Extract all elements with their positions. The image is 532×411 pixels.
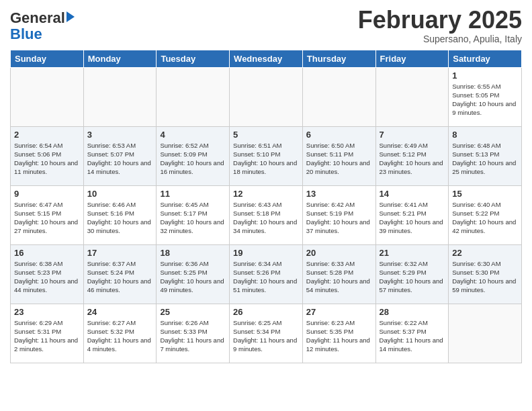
table-row [11, 67, 84, 126]
table-row: 2Sunrise: 6:54 AM Sunset: 5:06 PM Daylig… [11, 126, 84, 185]
table-row [230, 67, 303, 126]
subtitle: Supersano, Apulia, Italy [358, 34, 522, 44]
table-row: 17Sunrise: 6:37 AM Sunset: 5:24 PM Dayli… [83, 244, 157, 304]
table-row: 18Sunrise: 6:36 AM Sunset: 5:25 PM Dayli… [157, 244, 230, 304]
table-row: 26Sunrise: 6:25 AM Sunset: 5:34 PM Dayli… [230, 304, 303, 363]
table-row: 27Sunrise: 6:23 AM Sunset: 5:35 PM Dayli… [302, 304, 375, 363]
day-number: 1 [452, 71, 518, 81]
day-number: 25 [160, 307, 226, 317]
page-container: General Blue February 2025 Supersano, Ap… [0, 0, 532, 411]
day-number: 12 [233, 189, 299, 199]
day-number: 8 [452, 130, 518, 140]
calendar-table: Sunday Monday Tuesday Wednesday Thursday… [10, 50, 522, 363]
day-number: 20 [306, 248, 372, 258]
day-info: Sunrise: 6:34 AM Sunset: 5:26 PM Dayligh… [233, 259, 299, 295]
calendar-week-row: 23Sunrise: 6:29 AM Sunset: 5:31 PM Dayli… [11, 304, 522, 363]
table-row [302, 67, 375, 126]
day-number: 7 [380, 130, 445, 140]
day-info: Sunrise: 6:26 AM Sunset: 5:33 PM Dayligh… [160, 318, 226, 354]
day-number: 13 [306, 189, 372, 199]
day-info: Sunrise: 6:55 AM Sunset: 5:05 PM Dayligh… [452, 82, 518, 118]
month-title: February 2025 [358, 7, 522, 34]
table-row: 5Sunrise: 6:51 AM Sunset: 5:10 PM Daylig… [230, 126, 303, 185]
day-number: 23 [14, 307, 80, 317]
table-row: 9Sunrise: 6:47 AM Sunset: 5:15 PM Daylig… [11, 185, 84, 244]
day-info: Sunrise: 6:46 AM Sunset: 5:16 PM Dayligh… [87, 200, 153, 236]
title-section: February 2025 Supersano, Apulia, Italy [358, 7, 522, 44]
day-info: Sunrise: 6:45 AM Sunset: 5:17 PM Dayligh… [160, 200, 226, 236]
header-friday: Friday [375, 50, 449, 67]
day-number: 28 [380, 307, 445, 317]
calendar-week-row: 16Sunrise: 6:38 AM Sunset: 5:23 PM Dayli… [11, 244, 522, 304]
day-info: Sunrise: 6:32 AM Sunset: 5:29 PM Dayligh… [380, 259, 445, 295]
table-row: 21Sunrise: 6:32 AM Sunset: 5:29 PM Dayli… [375, 244, 449, 304]
header-wednesday: Wednesday [230, 50, 303, 67]
day-number: 18 [160, 248, 226, 258]
day-info: Sunrise: 6:52 AM Sunset: 5:09 PM Dayligh… [160, 141, 226, 177]
table-row: 15Sunrise: 6:40 AM Sunset: 5:22 PM Dayli… [449, 185, 522, 244]
table-row: 4Sunrise: 6:52 AM Sunset: 5:09 PM Daylig… [157, 126, 230, 185]
day-info: Sunrise: 6:29 AM Sunset: 5:31 PM Dayligh… [14, 318, 80, 354]
day-info: Sunrise: 6:53 AM Sunset: 5:07 PM Dayligh… [87, 141, 153, 177]
calendar-week-row: 1Sunrise: 6:55 AM Sunset: 5:05 PM Daylig… [11, 67, 522, 126]
day-info: Sunrise: 6:25 AM Sunset: 5:34 PM Dayligh… [233, 318, 299, 354]
header-saturday: Saturday [449, 50, 522, 67]
day-info: Sunrise: 6:37 AM Sunset: 5:24 PM Dayligh… [87, 259, 153, 295]
calendar-week-row: 9Sunrise: 6:47 AM Sunset: 5:15 PM Daylig… [11, 185, 522, 244]
table-row: 25Sunrise: 6:26 AM Sunset: 5:33 PM Dayli… [157, 304, 230, 363]
table-row: 24Sunrise: 6:27 AM Sunset: 5:32 PM Dayli… [83, 304, 157, 363]
table-row: 14Sunrise: 6:41 AM Sunset: 5:21 PM Dayli… [375, 185, 449, 244]
day-info: Sunrise: 6:40 AM Sunset: 5:22 PM Dayligh… [452, 200, 518, 236]
day-number: 16 [14, 248, 80, 258]
day-info: Sunrise: 6:23 AM Sunset: 5:35 PM Dayligh… [306, 318, 372, 354]
day-info: Sunrise: 6:47 AM Sunset: 5:15 PM Dayligh… [14, 200, 80, 236]
table-row [449, 304, 522, 363]
table-row: 20Sunrise: 6:33 AM Sunset: 5:28 PM Dayli… [302, 244, 375, 304]
table-row: 3Sunrise: 6:53 AM Sunset: 5:07 PM Daylig… [83, 126, 157, 185]
day-number: 17 [87, 248, 153, 258]
table-row [157, 67, 230, 126]
day-number: 6 [306, 130, 372, 140]
day-info: Sunrise: 6:49 AM Sunset: 5:12 PM Dayligh… [380, 141, 445, 177]
day-info: Sunrise: 6:30 AM Sunset: 5:30 PM Dayligh… [452, 259, 518, 295]
table-row [375, 67, 449, 126]
calendar-week-row: 2Sunrise: 6:54 AM Sunset: 5:06 PM Daylig… [11, 126, 522, 185]
table-row: 19Sunrise: 6:34 AM Sunset: 5:26 PM Dayli… [230, 244, 303, 304]
logo-blue: Blue [10, 26, 75, 42]
day-number: 10 [87, 189, 153, 199]
calendar-header-row: Sunday Monday Tuesday Wednesday Thursday… [11, 50, 522, 67]
table-row: 6Sunrise: 6:50 AM Sunset: 5:11 PM Daylig… [302, 126, 375, 185]
day-info: Sunrise: 6:36 AM Sunset: 5:25 PM Dayligh… [160, 259, 226, 295]
day-number: 11 [160, 189, 226, 199]
header: General Blue February 2025 Supersano, Ap… [10, 7, 522, 44]
table-row: 28Sunrise: 6:22 AM Sunset: 5:37 PM Dayli… [375, 304, 449, 363]
day-info: Sunrise: 6:43 AM Sunset: 5:18 PM Dayligh… [233, 200, 299, 236]
table-row: 11Sunrise: 6:45 AM Sunset: 5:17 PM Dayli… [157, 185, 230, 244]
day-number: 2 [14, 130, 80, 140]
header-sunday: Sunday [11, 50, 84, 67]
day-number: 19 [233, 248, 299, 258]
day-info: Sunrise: 6:51 AM Sunset: 5:10 PM Dayligh… [233, 141, 299, 177]
day-info: Sunrise: 6:48 AM Sunset: 5:13 PM Dayligh… [452, 141, 518, 177]
table-row: 10Sunrise: 6:46 AM Sunset: 5:16 PM Dayli… [83, 185, 157, 244]
day-number: 3 [87, 130, 153, 140]
day-number: 14 [380, 189, 445, 199]
header-tuesday: Tuesday [157, 50, 230, 67]
day-info: Sunrise: 6:38 AM Sunset: 5:23 PM Dayligh… [14, 259, 80, 295]
header-thursday: Thursday [302, 50, 375, 67]
day-number: 5 [233, 130, 299, 140]
table-row [83, 67, 157, 126]
day-number: 24 [87, 307, 153, 317]
day-info: Sunrise: 6:50 AM Sunset: 5:11 PM Dayligh… [306, 141, 372, 177]
day-number: 15 [452, 189, 518, 199]
day-info: Sunrise: 6:41 AM Sunset: 5:21 PM Dayligh… [380, 200, 445, 236]
header-monday: Monday [83, 50, 157, 67]
day-number: 27 [306, 307, 372, 317]
day-number: 4 [160, 130, 226, 140]
table-row: 22Sunrise: 6:30 AM Sunset: 5:30 PM Dayli… [449, 244, 522, 304]
day-info: Sunrise: 6:27 AM Sunset: 5:32 PM Dayligh… [87, 318, 153, 354]
table-row: 23Sunrise: 6:29 AM Sunset: 5:31 PM Dayli… [11, 304, 84, 363]
day-info: Sunrise: 6:42 AM Sunset: 5:19 PM Dayligh… [306, 200, 372, 236]
day-info: Sunrise: 6:54 AM Sunset: 5:06 PM Dayligh… [14, 141, 80, 177]
day-info: Sunrise: 6:22 AM Sunset: 5:37 PM Dayligh… [380, 318, 445, 354]
